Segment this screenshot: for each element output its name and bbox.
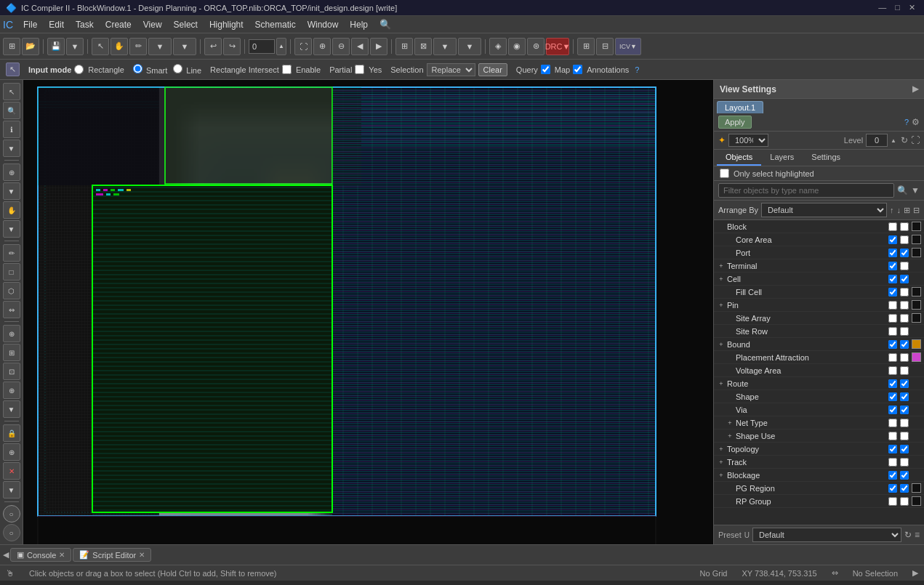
object-list-item[interactable]: +Pin <box>714 299 924 312</box>
lt-draw[interactable]: ✏ <box>3 244 20 262</box>
menu-highlight[interactable]: Highlight <box>204 18 249 31</box>
toolbar-btn-next[interactable]: ▶ <box>370 38 387 55</box>
object-list-item[interactable]: +Terminal <box>714 259 924 273</box>
lt-dropdown3[interactable]: ▼ <box>3 220 20 238</box>
toolbar-btn-r2[interactable]: ◉ <box>508 38 526 55</box>
clear-button[interactable]: Clear <box>478 63 507 76</box>
obj-expand-icon[interactable]: + <box>717 262 726 270</box>
obj-sel-checkbox[interactable] <box>900 222 909 231</box>
obj-sel-checkbox[interactable] <box>900 471 909 480</box>
obj-sel-checkbox[interactable] <box>900 288 909 296</box>
toolbar-btn-prev[interactable]: ◀ <box>351 38 369 55</box>
toolbar-btn-save[interactable]: 💾 <box>47 38 65 55</box>
object-list-item[interactable]: Core Area <box>714 233 924 246</box>
object-list-item[interactable]: +Track <box>714 456 924 469</box>
obj-vis-checkbox[interactable] <box>888 392 897 401</box>
object-list-item[interactable]: Placement Attraction <box>714 351 924 364</box>
obj-sel-checkbox[interactable] <box>900 340 909 349</box>
obj-sel-checkbox[interactable] <box>900 379 909 388</box>
lt-clear[interactable]: ✕ <box>3 462 20 480</box>
obj-sel-checkbox[interactable] <box>900 301 909 310</box>
toolbar-btn-pencil[interactable]: ✏ <box>129 38 147 55</box>
obj-vis-checkbox[interactable] <box>888 235 897 244</box>
menu-task[interactable]: Task <box>70 18 100 31</box>
object-list-item[interactable]: RP Group <box>714 495 924 508</box>
transform-icon[interactable]: ⇔ <box>832 568 838 578</box>
obj-sel-checkbox[interactable] <box>900 353 909 362</box>
toolbar-btn-icv[interactable]: ICV▼ <box>615 38 641 55</box>
toolbar-btn-dd4[interactable]: ▼ <box>458 38 481 55</box>
lt-circle2[interactable]: ○ <box>3 524 20 541</box>
object-list-item[interactable]: +Bound <box>714 338 924 351</box>
zoom-spin-up[interactable]: ▲ <box>276 38 286 55</box>
script-close-icon[interactable]: ✕ <box>139 551 145 559</box>
lt-dropdown1[interactable]: ▼ <box>3 140 20 157</box>
vs-expand-icon[interactable]: ▶ <box>912 84 918 94</box>
lt-add[interactable]: ⊕ <box>3 325 20 342</box>
menu-help[interactable]: Help <box>344 18 374 31</box>
lt-dropdown4[interactable]: ▼ <box>3 400 20 418</box>
toolbar-btn-r1[interactable]: ◈ <box>489 38 507 55</box>
fit-icon[interactable]: ⛶ <box>911 135 920 145</box>
menu-file[interactable]: File <box>17 18 43 31</box>
obj-sel-checkbox[interactable] <box>900 314 909 323</box>
design-canvas-area[interactable] <box>23 80 713 544</box>
object-list-item[interactable]: Port <box>714 246 924 259</box>
toolbar-btn-zoom-out[interactable]: ⊖ <box>332 38 350 55</box>
search-filter-icon[interactable]: 🔍 <box>897 185 908 195</box>
script-editor-tab[interactable]: 📝 Script Editor ✕ <box>73 548 151 562</box>
layout-tab[interactable]: Layout.1 <box>717 101 763 113</box>
obj-sel-checkbox[interactable] <box>900 366 909 375</box>
menu-schematic[interactable]: Schematic <box>249 18 302 31</box>
lt-info[interactable]: ℹ <box>3 121 20 138</box>
line-radio[interactable] <box>173 64 182 73</box>
obj-vis-checkbox[interactable] <box>888 432 897 440</box>
help-icon[interactable]: ? <box>635 65 639 74</box>
lt-connect[interactable]: ⊕ <box>3 443 20 461</box>
lt-lock[interactable]: 🔒 <box>3 424 20 442</box>
smart-radio[interactable] <box>133 64 142 73</box>
filter-input[interactable] <box>718 183 894 198</box>
toolbar-btn-g1[interactable]: ⊞ <box>395 38 413 55</box>
obj-vis-checkbox[interactable] <box>888 275 897 283</box>
lt-grid[interactable]: ⊞ <box>3 344 20 361</box>
maximize-btn[interactable]: □ <box>892 3 903 12</box>
obj-vis-checkbox[interactable] <box>888 366 897 375</box>
toolbar-btn-dd2[interactable]: ▼ <box>173 38 196 55</box>
lt-measure[interactable]: ⇔ <box>3 301 20 318</box>
close-btn[interactable]: ✕ <box>906 3 918 12</box>
level-spin-up[interactable]: ▲ <box>891 137 896 144</box>
obj-vis-checkbox[interactable] <box>888 458 897 467</box>
obj-vis-checkbox[interactable] <box>888 445 897 453</box>
tab-layers[interactable]: Layers <box>761 150 803 166</box>
toolbar-btn-dd1[interactable]: ▼ <box>148 38 172 55</box>
filter-options-icon[interactable]: ▼ <box>911 185 920 195</box>
lt-mark[interactable]: ⊕ <box>3 382 20 399</box>
apply-button[interactable]: Apply <box>718 116 752 129</box>
toolbar-btn-dd5[interactable]: DRC▼ <box>546 38 569 55</box>
annotations-checkbox[interactable] <box>573 65 582 74</box>
object-list-item[interactable]: Via <box>714 403 924 416</box>
object-list-item[interactable]: Voltage Area <box>714 364 924 377</box>
settings-vs-icon[interactable]: ⚙ <box>912 117 920 127</box>
menu-edit[interactable]: Edit <box>43 18 70 31</box>
expand-all-icon[interactable]: ⊞ <box>904 206 910 215</box>
obj-expand-icon[interactable]: + <box>726 419 734 427</box>
tab-settings[interactable]: Settings <box>803 150 849 166</box>
obj-sel-checkbox[interactable] <box>900 262 909 270</box>
object-list-item[interactable]: PG Region <box>714 482 924 495</box>
obj-vis-checkbox[interactable] <box>888 379 897 388</box>
toolbar-btn-undo[interactable]: ↩ <box>204 38 222 55</box>
obj-expand-icon[interactable]: + <box>717 340 726 349</box>
lt-poly[interactable]: ⬡ <box>3 282 20 299</box>
lt-dropdown2[interactable]: ▼ <box>3 182 20 200</box>
obj-sel-checkbox[interactable] <box>900 445 909 453</box>
lt-pan[interactable]: ✋ <box>3 201 20 219</box>
obj-sel-checkbox[interactable] <box>900 419 909 427</box>
toolbar-btn-arrow[interactable]: ▼ <box>66 38 84 55</box>
obj-vis-checkbox[interactable] <box>888 340 897 349</box>
toolbar-btn-open[interactable]: 📂 <box>22 38 39 55</box>
refresh-icon[interactable]: ↻ <box>901 135 908 145</box>
obj-vis-checkbox[interactable] <box>888 419 897 427</box>
search-icon[interactable]: 🔍 <box>379 19 391 30</box>
